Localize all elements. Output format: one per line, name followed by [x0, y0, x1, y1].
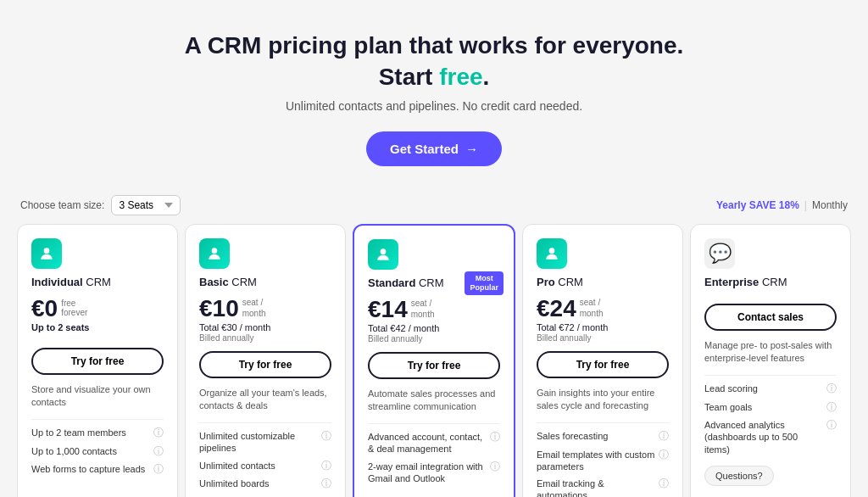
feature-item: Team goals ⓘ	[704, 401, 837, 415]
team-size-control: Choose team size: 3 Seats 1 Seat 2 Seats…	[20, 195, 181, 215]
hero-section: A CRM pricing plan that works for everyo…	[0, 0, 868, 187]
plan-name: Basic CRM	[199, 276, 331, 288]
plan-card-standard: MostPopular Standard CRM €14 seat /month…	[353, 224, 515, 497]
plan-button-enterprise[interactable]: Contact sales	[704, 304, 837, 331]
feature-item: Sales forecasting ⓘ	[537, 430, 669, 444]
info-icon[interactable]: ⓘ	[153, 427, 164, 440]
info-icon[interactable]: ⓘ	[321, 477, 331, 491]
plan-description: Store and visualize your own contacts	[31, 383, 164, 410]
feature-text: Team goals	[704, 401, 752, 413]
price-detail: seat /month	[242, 297, 266, 321]
feature-item: Lead scoring ⓘ	[704, 383, 837, 396]
feature-item: Email templates with custom parameters ⓘ	[537, 449, 669, 473]
info-icon[interactable]: ⓘ	[659, 477, 669, 491]
plan-button-basic[interactable]: Try for free	[199, 351, 331, 378]
total-price: Total €30 / month	[199, 322, 331, 332]
price-main: €10	[199, 297, 239, 321]
billing-monthly[interactable]: Monthly	[812, 199, 848, 211]
hero-title-line1: A CRM pricing plan that works for everyo…	[17, 31, 851, 60]
feature-item: 2-way email integration with Gmail and O…	[368, 461, 500, 485]
feature-item: Email tracking & automations ⓘ	[537, 477, 669, 497]
card-divider	[704, 375, 837, 376]
card-divider	[368, 423, 500, 424]
get-started-button[interactable]: Get Started →	[366, 131, 502, 166]
plan-card-individual: Individual CRM €0 free forever Up to 2 s…	[17, 224, 178, 497]
svg-point-2	[381, 248, 387, 254]
feature-text: Unlimited contacts	[199, 460, 275, 472]
plan-icon-basic	[199, 238, 230, 269]
feature-text: Web forms to capture leads	[31, 463, 145, 475]
info-icon[interactable]: ⓘ	[490, 461, 500, 474]
plan-description: Gain insights into your entire sales cyc…	[537, 387, 669, 414]
billing-yearly[interactable]: Yearly SAVE 18%	[716, 199, 799, 211]
billing-divider: |	[804, 199, 807, 211]
plan-name: Individual CRM	[31, 276, 164, 288]
billed-annually: Billed annually	[199, 333, 331, 343]
plan-name: Pro CRM	[537, 276, 669, 288]
hero-start-text: Start	[379, 64, 440, 90]
feature-item: Up to 2 team members ⓘ	[31, 427, 164, 440]
plan-card-enterprise: 💬 Enterprise CRM Contact sales Manage pr…	[690, 224, 851, 497]
feature-item: Unlimited boards ⓘ	[199, 477, 331, 491]
price-row: €24 seat /month	[537, 297, 669, 321]
get-started-label: Get Started	[390, 142, 459, 156]
plan-icon-individual	[31, 238, 62, 269]
billed-annually: Billed annually	[368, 334, 500, 343]
info-icon[interactable]: ⓘ	[153, 463, 164, 477]
feature-text: Unlimited boards	[199, 477, 270, 489]
feature-item: Advanced analytics (dashboards up to 500…	[704, 419, 837, 455]
price-row: €14 seat /month	[368, 298, 500, 321]
price-forever: forever	[61, 308, 87, 317]
info-icon[interactable]: ⓘ	[826, 383, 837, 396]
feature-item: Advanced account, contact, & deal manage…	[368, 431, 500, 455]
enterprise-icon: 💬	[704, 238, 735, 269]
feature-item: Web forms to capture leads ⓘ	[31, 463, 164, 477]
feature-text: Up to 1,000 contacts	[31, 445, 117, 457]
price-main: €14	[368, 298, 408, 321]
info-icon[interactable]: ⓘ	[659, 449, 669, 462]
info-icon[interactable]: ⓘ	[321, 430, 331, 444]
plan-button-individual[interactable]: Try for free	[31, 348, 164, 375]
price-detail: seat /month	[580, 297, 604, 321]
price-row: €0 free forever	[31, 297, 164, 321]
feature-text: Sales forecasting	[537, 430, 608, 442]
billed-annually: Billed annually	[537, 333, 669, 343]
feature-text: Up to 2 team members	[31, 427, 126, 438]
feature-text: 2-way email integration with Gmail and O…	[368, 461, 487, 485]
info-icon[interactable]: ⓘ	[153, 445, 164, 459]
plan-card-basic: Basic CRM €10 seat /month Total €30 / mo…	[185, 224, 346, 497]
plan-button-standard[interactable]: Try for free	[368, 352, 500, 379]
plan-name: Enterprise CRM	[704, 276, 837, 288]
feature-text: Advanced account, contact, & deal manage…	[368, 431, 487, 455]
plan-icon-standard	[368, 239, 398, 270]
plan-button-pro[interactable]: Try for free	[537, 351, 669, 378]
svg-point-0	[44, 248, 50, 254]
info-icon[interactable]: ⓘ	[321, 460, 331, 473]
billing-toggle: Yearly SAVE 18% | Monthly	[716, 199, 848, 211]
feature-text: Email templates with custom parameters	[537, 449, 655, 473]
price-main: €24	[537, 297, 576, 321]
arrow-icon: →	[465, 142, 478, 156]
info-icon[interactable]: ⓘ	[659, 430, 669, 444]
hero-subtitle: Unlimited contacts and pipelines. No cre…	[17, 99, 851, 113]
hero-free-text: free	[439, 64, 482, 90]
plan-description: Manage pre- to post-sales with enterpris…	[704, 339, 837, 366]
info-icon[interactable]: ⓘ	[826, 419, 837, 433]
price-free: free	[61, 299, 87, 308]
seats-info: Up to 2 seats	[31, 322, 164, 332]
plan-card-pro: Pro CRM €24 seat /month Total €72 / mont…	[522, 224, 683, 497]
hero-end-text: .	[483, 64, 490, 90]
info-icon[interactable]: ⓘ	[826, 401, 837, 415]
team-size-label: Choose team size:	[20, 199, 104, 211]
plan-icon-pro	[537, 238, 567, 269]
info-icon[interactable]: ⓘ	[490, 431, 500, 444]
feature-item: Up to 1,000 contacts ⓘ	[31, 445, 164, 459]
questions-bubble: Questions?	[704, 466, 774, 486]
card-divider	[537, 422, 669, 423]
plan-description: Automate sales processes and streamline …	[368, 388, 500, 415]
team-size-select[interactable]: 3 Seats 1 Seat 2 Seats 5 Seats 10 Seats	[111, 195, 181, 215]
svg-point-1	[212, 248, 218, 254]
controls-bar: Choose team size: 3 Seats 1 Seat 2 Seats…	[0, 187, 868, 224]
feature-text: Unlimited customizable pipelines	[199, 430, 318, 455]
total-price: Total €72 / month	[537, 322, 669, 332]
